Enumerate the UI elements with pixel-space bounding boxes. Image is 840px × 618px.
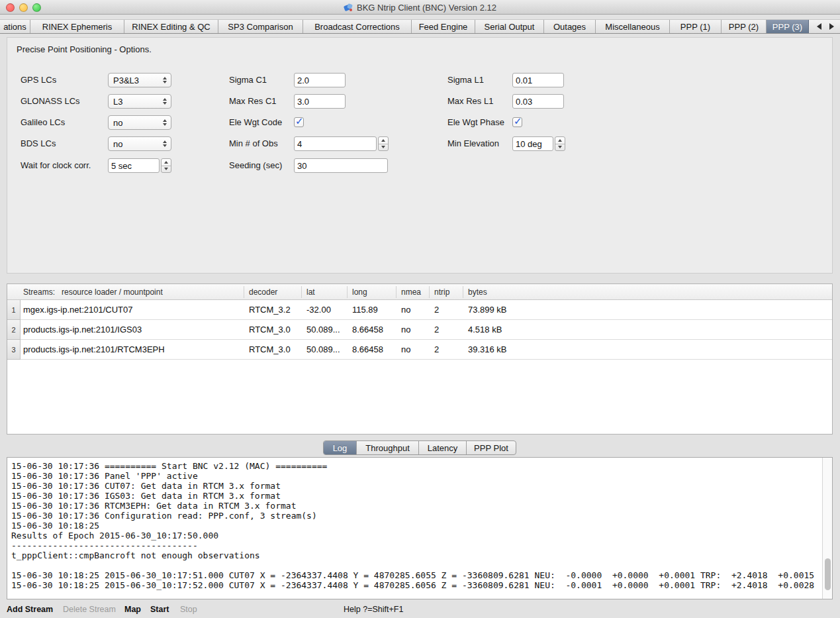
chevron-updown-icon bbox=[160, 77, 169, 83]
log-line: ------------------------------------ bbox=[11, 541, 820, 550]
galileo-lcs-select[interactable]: no bbox=[108, 115, 171, 130]
log-line: 15-06-30 10:17:36 CUT07: Get data in RTC… bbox=[11, 481, 820, 491]
header-mountpoint: Streams: resource loader / mountpoint bbox=[23, 284, 163, 300]
ele-wgt-phase-checkbox[interactable] bbox=[512, 117, 522, 127]
row-number[interactable]: 2 bbox=[7, 320, 21, 340]
divider bbox=[429, 286, 430, 298]
chevron-updown-icon bbox=[160, 140, 169, 147]
gps-lcs-label: GPS LCs bbox=[21, 73, 56, 87]
tab-rinex-ephemeris[interactable]: RINEX Ephemeris bbox=[30, 20, 124, 33]
max-res-c1-label: Max Res C1 bbox=[229, 94, 277, 109]
tab-outages[interactable]: Outages bbox=[544, 20, 596, 33]
wait-clock-label: Wait for clock corr. bbox=[21, 158, 91, 173]
log-line: 15-06-30 10:17:36 IGS03: Get data in RTC… bbox=[11, 491, 820, 501]
min-elevation-stepper[interactable] bbox=[555, 136, 565, 151]
tab-broadcast-corrections[interactable]: Broadcast Corrections bbox=[303, 20, 412, 33]
log-line: 15-06-30 10:17:36 Configuration read: PP… bbox=[11, 511, 820, 521]
cell-decoder: RTCM_3.2 bbox=[249, 300, 291, 320]
stepper-up-icon[interactable] bbox=[555, 137, 565, 144]
cell-nmea: no bbox=[401, 300, 410, 320]
arrow-left-icon bbox=[817, 23, 821, 30]
table-row[interactable]: 3 products.igs-ip.net:2101/RTCM3EPH RTCM… bbox=[7, 340, 832, 360]
tab-rinex-observations[interactable]: ations bbox=[0, 20, 30, 33]
log-line: 15-06-30 10:18:25 2015-06-30_10:17:52.00… bbox=[11, 580, 820, 590]
tab-ppp-2[interactable]: PPP (2) bbox=[722, 20, 767, 33]
header-bytes: bytes bbox=[468, 284, 487, 300]
cell-long: 8.66458 bbox=[352, 340, 383, 360]
divider bbox=[463, 286, 463, 298]
cell-bytes: 39.316 kB bbox=[468, 340, 507, 360]
tab-latency[interactable]: Latency bbox=[419, 441, 467, 454]
header-long: long bbox=[352, 284, 367, 300]
vertical-scrollbar[interactable] bbox=[822, 458, 832, 599]
ppp-options-panel: Precise Point Positioning - Options. GPS… bbox=[7, 37, 833, 274]
table-row[interactable]: 1 mgex.igs-ip.net:2101/CUT07 RTCM_3.2 -3… bbox=[7, 300, 832, 320]
table-row[interactable]: 2 products.igs-ip.net:2101/IGS03 RTCM_3.… bbox=[7, 320, 832, 340]
ele-wgt-code-checkbox[interactable] bbox=[294, 117, 304, 127]
divider bbox=[396, 286, 397, 298]
stepper-down-icon[interactable] bbox=[379, 144, 388, 151]
max-res-l1-input[interactable] bbox=[512, 94, 564, 109]
bds-lcs-value: no bbox=[113, 139, 160, 149]
sigma-c1-input[interactable] bbox=[294, 73, 346, 87]
cell-decoder: RTCM_3.0 bbox=[249, 340, 291, 360]
sigma-l1-label: Sigma L1 bbox=[447, 73, 484, 87]
stop-button[interactable]: Stop bbox=[180, 601, 197, 618]
divider bbox=[244, 286, 244, 298]
tab-serial-output[interactable]: Serial Output bbox=[475, 20, 544, 33]
add-stream-button[interactable]: Add Stream bbox=[7, 601, 53, 618]
cell-ntrip: 2 bbox=[434, 320, 439, 340]
glonass-lcs-select[interactable]: L3 bbox=[108, 94, 171, 109]
cell-mountpoint: products.igs-ip.net:2101/IGS03 bbox=[23, 320, 142, 340]
bds-lcs-label: BDS LCs bbox=[21, 136, 56, 151]
bds-lcs-select[interactable]: no bbox=[108, 136, 171, 151]
log-line: 15-06-30 10:18:25 bbox=[11, 521, 820, 531]
max-res-c1-input[interactable] bbox=[294, 94, 346, 109]
panel-heading: Precise Point Positioning - Options. bbox=[17, 44, 152, 54]
log-line: 15-06-30 10:17:36 Panel 'PPP' active bbox=[11, 471, 820, 481]
cell-bytes: 73.899 kB bbox=[468, 300, 507, 320]
tab-ppp-1[interactable]: PPP (1) bbox=[670, 20, 722, 33]
gps-lcs-select[interactable]: P3&L3 bbox=[108, 73, 171, 87]
cell-mountpoint: mgex.igs-ip.net:2101/CUT07 bbox=[23, 300, 132, 320]
min-elevation-input[interactable] bbox=[512, 136, 553, 151]
bnc-window: BKG Ntrip Client (BNC) Version 2.12 atio… bbox=[0, 0, 840, 618]
scrollbar-thumb[interactable] bbox=[825, 558, 831, 590]
log-line: Results of Epoch 2015-06-30_10:17:50.000 bbox=[11, 531, 820, 541]
stepper-up-icon[interactable] bbox=[379, 137, 388, 144]
title-bar: BKG Ntrip Client (BNC) Version 2.12 bbox=[0, 0, 840, 15]
tab-rinex-editing-qc[interactable]: RINEX Editing & QC bbox=[124, 20, 218, 33]
wait-clock-input[interactable] bbox=[108, 158, 160, 173]
tab-miscellaneous[interactable]: Miscellaneous bbox=[596, 20, 670, 33]
min-obs-stepper[interactable] bbox=[378, 136, 389, 151]
log-panel[interactable]: 15-06-30 10:17:36 ========== Start BNC v… bbox=[7, 457, 833, 599]
cell-nmea: no bbox=[401, 340, 410, 360]
ele-wgt-code-label: Ele Wgt Code bbox=[229, 115, 282, 130]
header-lat: lat bbox=[306, 284, 315, 300]
tab-throughput[interactable]: Throughput bbox=[357, 441, 419, 454]
tab-ppp-3[interactable]: PPP (3) bbox=[767, 20, 809, 33]
tab-scroll-left-button[interactable] bbox=[814, 21, 824, 32]
tab-feed-engine[interactable]: Feed Engine bbox=[412, 20, 475, 33]
tab-scroll-right-button[interactable] bbox=[827, 21, 837, 32]
stepper-down-icon[interactable] bbox=[555, 144, 565, 151]
tab-sp3-comparison[interactable]: SP3 Comparison bbox=[218, 20, 303, 33]
glonass-lcs-label: GLONASS LCs bbox=[21, 94, 80, 109]
header-decoder: decoder bbox=[249, 284, 277, 300]
app-icon bbox=[344, 3, 353, 13]
delete-stream-button[interactable]: Delete Stream bbox=[63, 601, 116, 618]
sigma-l1-input[interactable] bbox=[512, 73, 564, 87]
map-button[interactable]: Map bbox=[124, 601, 141, 618]
main-tab-bar: ations RINEX Ephemeris RINEX Editing & Q… bbox=[0, 19, 840, 34]
stepper-down-icon[interactable] bbox=[162, 166, 171, 173]
row-number[interactable]: 3 bbox=[7, 340, 21, 360]
wait-clock-stepper[interactable] bbox=[161, 158, 171, 173]
tab-ppp-plot[interactable]: PPP Plot bbox=[467, 441, 516, 454]
row-number[interactable]: 1 bbox=[7, 300, 21, 320]
tab-log[interactable]: Log bbox=[324, 441, 357, 454]
seeding-input[interactable] bbox=[294, 158, 388, 173]
stepper-up-icon[interactable] bbox=[162, 159, 171, 166]
min-obs-input[interactable] bbox=[294, 136, 377, 151]
start-button[interactable]: Start bbox=[150, 601, 169, 618]
max-res-l1-label: Max Res L1 bbox=[447, 94, 493, 109]
